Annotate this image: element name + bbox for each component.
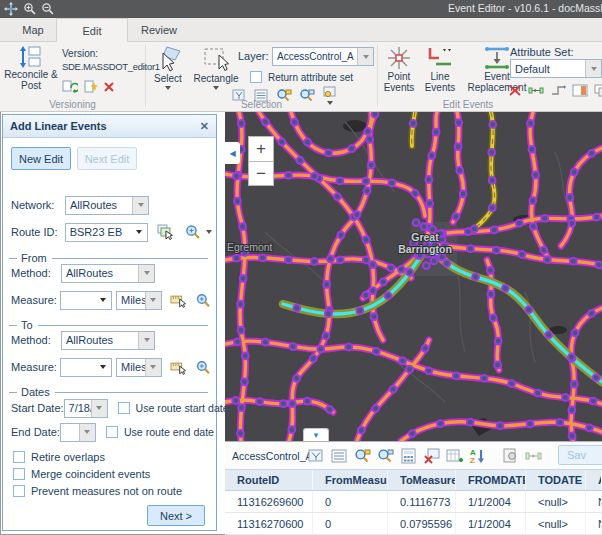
reconcile-post-button[interactable]: Reconcile & Post — [4, 45, 58, 91]
point-events-button[interactable]: Point Events — [380, 45, 418, 93]
tab-review[interactable]: Review — [128, 18, 190, 42]
attribute-set-caret-icon[interactable] — [585, 60, 601, 77]
tab-map[interactable]: Map — [10, 18, 56, 42]
zoom-options-caret-icon[interactable] — [206, 230, 212, 234]
start-date-input[interactable]: 7/18/ — [64, 399, 108, 418]
start-date-caret-icon[interactable] — [91, 400, 107, 417]
start-date-value: 7/18/ — [65, 402, 91, 414]
from-zoom-icon[interactable] — [196, 293, 212, 308]
measure-handles-icon[interactable] — [528, 84, 544, 97]
split-event-icon[interactable] — [508, 84, 522, 97]
table-show-selected-icon[interactable] — [331, 448, 348, 464]
layer-select[interactable]: AccessControl_A — [272, 47, 374, 66]
table-layer-name[interactable]: AccessControl_A — [232, 450, 308, 462]
table-clear-selection-icon[interactable] — [423, 448, 440, 464]
to-units-select[interactable]: Miles — [116, 358, 162, 377]
return-attribute-set-checkbox[interactable] — [250, 71, 262, 83]
retire-event-icon[interactable] — [550, 84, 566, 97]
table-row[interactable]: 11316269600 0 0.1116773 1/1/2004 <null> … — [225, 491, 602, 513]
use-route-start-label: Use route start date — [136, 402, 229, 414]
column-header[interactable]: TODATE — [526, 470, 586, 490]
column-header[interactable]: FromMeasure — [313, 470, 388, 490]
end-date-input[interactable] — [60, 423, 96, 442]
close-icon[interactable]: ✕ — [200, 120, 209, 133]
event-editor-window: Event Editor - v10.6.1 - docMassDOTM Map… — [0, 0, 602, 535]
to-measure-caret-icon[interactable] — [95, 359, 111, 376]
panel-title: Add Linear Events — [10, 120, 107, 132]
merge-coincident-checkbox[interactable] — [13, 468, 25, 480]
table-row[interactable]: 11316270600 0 0.0795596 1/1/2004 <null> … — [225, 513, 602, 535]
attribute-panel-icon[interactable] — [572, 84, 588, 97]
zoom-in-icon[interactable] — [23, 2, 37, 16]
map-zoom-out-button[interactable]: − — [248, 161, 274, 186]
from-measure-input[interactable] — [60, 291, 112, 310]
column-header[interactable]: FROMDATE — [456, 470, 526, 490]
route-id-caret-icon[interactable] — [131, 224, 147, 241]
collapse-panel-button[interactable]: ◀ — [225, 142, 240, 164]
end-date-caret-icon[interactable] — [79, 424, 95, 441]
new-version-icon[interactable] — [83, 79, 98, 94]
table-sort-icon[interactable]: A Z — [469, 448, 486, 464]
layer-select-caret-icon[interactable] — [357, 48, 373, 65]
map-view[interactable]: Egremont Great Barrington ◀ + − ▼ — [225, 112, 602, 441]
table-cell: <null> — [526, 491, 586, 512]
copy-attributes-icon[interactable] — [594, 84, 602, 97]
point-events-label: Point Events — [380, 71, 418, 93]
dates-section-divider: Dates — [9, 386, 208, 398]
table-calculate-icon[interactable] — [400, 448, 417, 464]
to-measure-input[interactable] — [60, 358, 112, 377]
to-zoom-icon[interactable] — [196, 360, 212, 375]
table-add-row-icon[interactable] — [446, 448, 463, 464]
next-button[interactable]: Next > — [147, 505, 205, 526]
zoom-out-icon[interactable] — [41, 2, 55, 16]
attribute-table: AccessControl_A — [225, 441, 602, 535]
table-zoom-selected-icon[interactable] — [354, 448, 371, 464]
from-measure-caret-icon[interactable] — [95, 292, 111, 309]
from-measure-on-map-icon[interactable] — [170, 293, 187, 308]
table-report-icon[interactable] — [502, 448, 519, 464]
rectangle-caret-icon[interactable] — [213, 86, 219, 90]
from-method-select[interactable]: AllRoutes — [61, 264, 155, 283]
from-units-select[interactable]: Miles — [116, 291, 162, 310]
refresh-version-icon[interactable] — [62, 79, 78, 94]
table-cell: N — [586, 513, 602, 534]
network-select[interactable]: AllRoutes — [65, 196, 149, 215]
select-route-on-map-icon[interactable] — [157, 224, 174, 240]
delete-version-icon[interactable] — [103, 81, 115, 93]
title-bar: Event Editor - v10.6.1 - docMassDOTM — [0, 0, 602, 18]
column-header[interactable]: AC — [586, 470, 602, 490]
collapse-table-button[interactable]: ▼ — [303, 428, 329, 441]
line-events-icon — [426, 45, 454, 71]
zoom-to-route-icon[interactable] — [185, 224, 202, 240]
prevent-measures-checkbox[interactable] — [13, 485, 25, 497]
pan-icon[interactable] — [4, 2, 18, 16]
column-header[interactable]: ToMeasure — [388, 470, 456, 490]
line-events-button[interactable]: Line Events — [420, 45, 460, 93]
map-zoom-in-button[interactable]: + — [248, 136, 274, 161]
to-method-select[interactable]: AllRoutes — [61, 331, 155, 350]
table-save-button: Sav — [558, 445, 602, 465]
table-cell: 0 — [313, 513, 388, 534]
column-header[interactable]: RouteID — [225, 470, 313, 490]
select-caret-icon[interactable] — [165, 86, 171, 90]
to-measure-on-map-icon[interactable] — [170, 360, 187, 375]
collapse-down-icon: ▼ — [312, 431, 320, 440]
use-route-start-checkbox[interactable] — [118, 402, 130, 414]
layer-label: Layer: — [238, 50, 269, 62]
use-route-end-checkbox[interactable] — [106, 426, 118, 438]
tab-edit[interactable]: Edit — [56, 18, 128, 43]
rectangle-select-button[interactable]: Rectangle — [190, 45, 242, 90]
from-method-value: AllRoutes — [62, 267, 138, 279]
town-label-egremont: Egremont — [227, 241, 273, 253]
table-measure-handles-icon[interactable] — [525, 448, 542, 464]
table-select-features-icon[interactable] — [308, 448, 325, 464]
attribute-set-select[interactable]: Default — [510, 59, 602, 78]
select-button[interactable]: Select — [150, 45, 186, 90]
route-id-select[interactable]: BSR23 EB — [65, 223, 149, 242]
retire-overlaps-checkbox[interactable] — [13, 451, 25, 463]
new-edit-button[interactable]: New Edit — [11, 147, 71, 170]
table-pan-selected-icon[interactable] — [377, 448, 394, 464]
from-units-caret-icon — [145, 292, 161, 309]
highlight-selection-icon — [322, 86, 337, 99]
rectangle-label: Rectangle — [193, 73, 238, 84]
